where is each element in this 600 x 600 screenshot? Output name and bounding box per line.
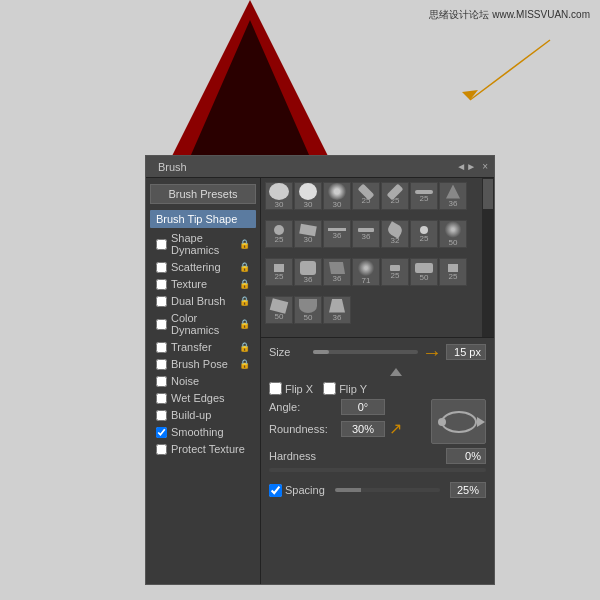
brush-cell-12[interactable]: 32: [381, 220, 409, 248]
annotation-arrow: [380, 30, 580, 130]
brush-cell-20[interactable]: 50: [410, 258, 438, 286]
panel-close-icon[interactable]: ×: [482, 161, 488, 172]
angle-widget[interactable]: [431, 399, 486, 444]
sidebar-item-color-dynamics[interactable]: Color Dynamics 🔒: [150, 310, 256, 338]
flip-x-checkbox[interactable]: [269, 382, 282, 395]
flip-y-checkbox[interactable]: [323, 382, 336, 395]
spacing-checkbox-label[interactable]: Spacing: [269, 484, 325, 497]
color-dynamics-lock: 🔒: [239, 319, 250, 329]
flip-y-label[interactable]: Flip Y: [323, 382, 367, 395]
brush-cell-19[interactable]: 25: [381, 258, 409, 286]
brush-cell-2[interactable]: 30: [294, 182, 322, 210]
brush-cell-4[interactable]: 25: [352, 182, 380, 210]
smoothing-label: Smoothing: [171, 426, 250, 438]
angle-row: Angle:: [269, 399, 423, 415]
panel-tab-brush[interactable]: Brush: [152, 159, 193, 175]
buildup-label: Build-up: [171, 409, 250, 421]
brush-cell-10[interactable]: 36: [323, 220, 351, 248]
buildup-checkbox[interactable]: [156, 410, 167, 421]
controls-area: Size → Flip X: [261, 338, 494, 584]
size-value-input[interactable]: [446, 344, 486, 360]
transfer-checkbox[interactable]: [156, 342, 167, 353]
brush-cell-11[interactable]: 36: [352, 220, 380, 248]
roundness-arrow-icon: ↗: [389, 419, 402, 438]
sidebar-item-shape-dynamics[interactable]: Shape Dynamics 🔒: [150, 230, 256, 258]
roundness-row: Roundness: ↗: [269, 419, 423, 438]
hardness-label: Hardness: [269, 450, 446, 462]
dual-brush-lock: 🔒: [239, 296, 250, 306]
brush-cell-3[interactable]: 30: [323, 182, 351, 210]
brush-pose-checkbox[interactable]: [156, 359, 167, 370]
brush-scroll-thumb[interactable]: [483, 179, 493, 209]
brush-cell-8[interactable]: 25: [265, 220, 293, 248]
scattering-label: Scattering: [171, 261, 237, 273]
scattering-checkbox[interactable]: [156, 262, 167, 273]
shape-dynamics-checkbox[interactable]: [156, 239, 167, 250]
brush-cell-5[interactable]: 25: [381, 182, 409, 210]
sidebar-item-dual-brush[interactable]: Dual Brush 🔒: [150, 293, 256, 309]
brush-scroll[interactable]: [482, 178, 494, 337]
shape-dynamics-label: Shape Dynamics: [171, 232, 237, 256]
noise-label: Noise: [171, 375, 250, 387]
panel-minimize-icon[interactable]: ◄►: [456, 161, 476, 172]
brush-cell-1[interactable]: 30: [265, 182, 293, 210]
wet-edges-checkbox[interactable]: [156, 393, 167, 404]
spacing-checkbox[interactable]: [269, 484, 282, 497]
brush-cell-22[interactable]: 50: [265, 296, 293, 324]
roundness-value-input[interactable]: [341, 421, 385, 437]
brush-cell-16[interactable]: 36: [294, 258, 322, 286]
sidebar-item-noise[interactable]: Noise: [150, 373, 256, 389]
brush-cell-13[interactable]: 25: [410, 220, 438, 248]
transfer-label: Transfer: [171, 341, 237, 353]
texture-lock: 🔒: [239, 279, 250, 289]
sidebar-item-smoothing[interactable]: Smoothing: [150, 424, 256, 440]
angle-handle-right[interactable]: [477, 417, 485, 427]
dual-brush-checkbox[interactable]: [156, 296, 167, 307]
brush-grid: 30 30 30 25 25: [261, 178, 494, 338]
brush-cell-18[interactable]: 71: [352, 258, 380, 286]
size-triangle-indicator: [269, 366, 486, 378]
sidebar-item-brush-pose[interactable]: Brush Pose 🔒: [150, 356, 256, 372]
sidebar-active-section[interactable]: Brush Tip Shape: [150, 210, 256, 228]
hardness-slider[interactable]: [269, 468, 486, 472]
angle-handle-left[interactable]: [438, 418, 446, 426]
smoothing-checkbox[interactable]: [156, 427, 167, 438]
brush-cell-17[interactable]: 36: [323, 258, 351, 286]
size-row: Size →: [269, 342, 486, 362]
scattering-lock: 🔒: [239, 262, 250, 272]
brush-cell-7[interactable]: 36: [439, 182, 467, 210]
wet-edges-label: Wet Edges: [171, 392, 250, 404]
hardness-value-input[interactable]: [446, 448, 486, 464]
brush-cell-15[interactable]: 25: [265, 258, 293, 286]
brush-cell-9[interactable]: 30: [294, 220, 322, 248]
brush-presets-button[interactable]: Brush Presets: [150, 184, 256, 204]
sidebar-item-protect-texture[interactable]: Protect Texture: [150, 441, 256, 457]
angle-value-input[interactable]: [341, 399, 385, 415]
protect-texture-checkbox[interactable]: [156, 444, 167, 455]
spacing-row: Spacing: [269, 482, 486, 498]
sidebar-item-wet-edges[interactable]: Wet Edges: [150, 390, 256, 406]
spacing-value-input[interactable]: [450, 482, 486, 498]
sidebar-item-buildup[interactable]: Build-up: [150, 407, 256, 423]
color-dynamics-label: Color Dynamics: [171, 312, 237, 336]
brush-panel: Brush ◄► × Brush Presets Brush Tip Shape…: [145, 155, 495, 585]
sidebar-item-texture[interactable]: Texture 🔒: [150, 276, 256, 292]
brush-cell-6[interactable]: 25: [410, 182, 438, 210]
flip-row: Flip X Flip Y: [269, 382, 486, 395]
sidebar-item-scattering[interactable]: Scattering 🔒: [150, 259, 256, 275]
texture-checkbox[interactable]: [156, 279, 167, 290]
content-area: 30 30 30 25 25: [261, 178, 494, 584]
brush-cell-23[interactable]: 50: [294, 296, 322, 324]
flip-x-label[interactable]: Flip X: [269, 382, 313, 395]
brush-cell-14[interactable]: 50: [439, 220, 467, 248]
sidebar-item-transfer[interactable]: Transfer 🔒: [150, 339, 256, 355]
noise-checkbox[interactable]: [156, 376, 167, 387]
brush-cell-21[interactable]: 25: [439, 258, 467, 286]
brush-cell-24[interactable]: 36: [323, 296, 351, 324]
size-arrow-icon: →: [422, 342, 442, 362]
size-slider[interactable]: [313, 350, 418, 354]
angle-roundness-area: Angle: Roundness: ↗: [269, 399, 486, 444]
roundness-label: Roundness:: [269, 423, 341, 435]
spacing-slider[interactable]: [335, 488, 440, 492]
color-dynamics-checkbox[interactable]: [156, 319, 167, 330]
